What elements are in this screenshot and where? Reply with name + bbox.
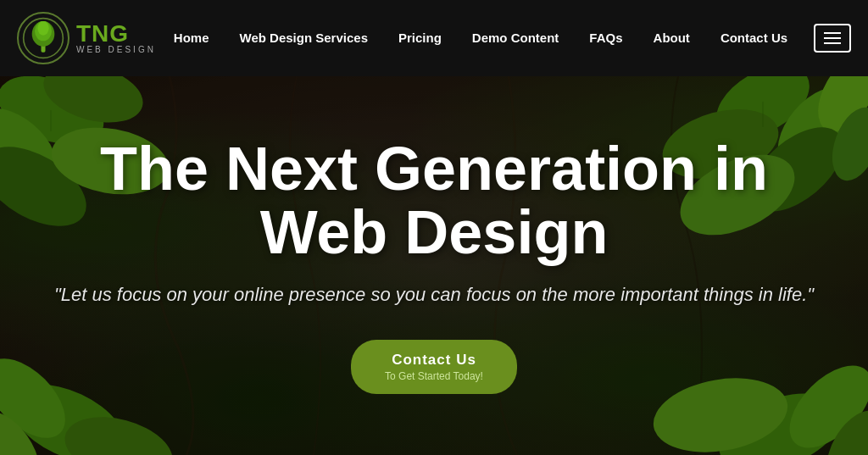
hero-section: The Next Generation in Web Design "Let u… xyxy=(0,76,868,455)
nav-home[interactable]: Home xyxy=(159,0,225,76)
hamburger-line-2 xyxy=(824,37,841,39)
hamburger-line-3 xyxy=(824,42,841,44)
hero-quote: "Let us focus on your online presence so… xyxy=(54,282,814,308)
main-nav: Home Web Design Services Pricing Demo Co… xyxy=(159,0,803,76)
logo[interactable]: TNG WEB DESIGN xyxy=(17,12,156,64)
logo-sub: WEB DESIGN xyxy=(76,46,156,54)
header: TNG WEB DESIGN Home Web Design Services … xyxy=(0,0,868,76)
hero-content: The Next Generation in Web Design "Let u… xyxy=(20,137,848,395)
cta-button-sub-label: To Get Started Today! xyxy=(385,370,483,382)
nav-pricing[interactable]: Pricing xyxy=(383,0,457,76)
cta-button[interactable]: Contact Us To Get Started Today! xyxy=(351,340,517,394)
hero-title-line1: The Next Generation in xyxy=(100,135,768,203)
nav-demo-content[interactable]: Demo Content xyxy=(457,0,575,76)
svg-point-4 xyxy=(37,21,48,36)
nav-about[interactable]: About xyxy=(638,0,705,76)
logo-icon xyxy=(17,12,70,64)
logo-text: TNG WEB DESIGN xyxy=(76,22,156,54)
hamburger-line-1 xyxy=(824,32,841,34)
hamburger-button[interactable] xyxy=(814,24,851,53)
logo-brand: TNG xyxy=(76,22,156,46)
hero-title-line2: Web Design xyxy=(260,198,609,266)
nav-contact-us[interactable]: Contact Us xyxy=(705,0,803,76)
hero-title: The Next Generation in Web Design xyxy=(54,137,814,265)
cta-button-main-label: Contact Us xyxy=(385,352,483,369)
nav-faqs[interactable]: FAQs xyxy=(574,0,637,76)
nav-web-design-services[interactable]: Web Design Services xyxy=(225,0,383,76)
